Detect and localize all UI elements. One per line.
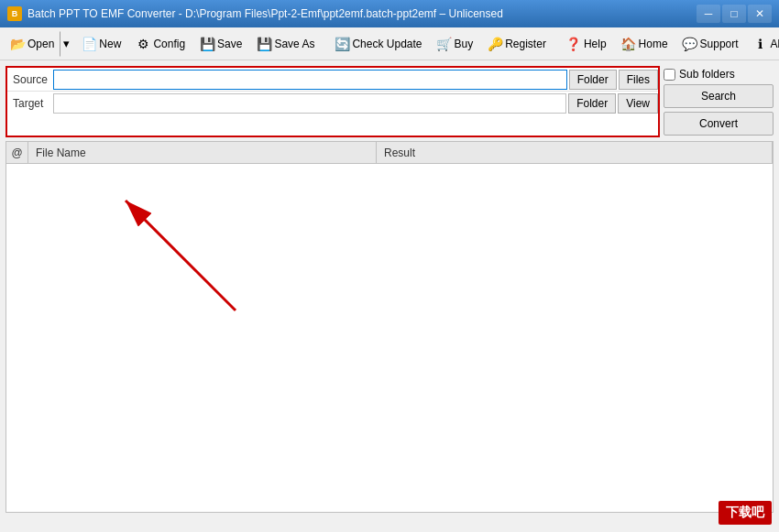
- window-controls: ─ □ ✕: [697, 5, 772, 23]
- open-dropdown-arrow[interactable]: ▾: [60, 31, 73, 57]
- save-as-button[interactable]: 💾 Save As: [250, 31, 321, 57]
- source-label: Source: [7, 73, 53, 86]
- register-icon: 🔑: [488, 37, 502, 51]
- file-list-container: @ File Name Result: [5, 141, 774, 513]
- source-folder-button[interactable]: Folder: [569, 70, 617, 90]
- check-update-button[interactable]: 🔄 Check Update: [328, 31, 428, 57]
- target-label: Target: [7, 97, 53, 110]
- menu-bar: 📂 Open ▾ 📄 New ⚙ Config 💾 Save 💾 Save As…: [0, 27, 779, 60]
- subfolder-label: Sub folders: [679, 68, 735, 81]
- source-files-button[interactable]: Files: [619, 70, 658, 90]
- svg-line-1: [126, 201, 236, 310]
- file-list-panel: @ File Name Result: [5, 141, 774, 513]
- new-icon: 📄: [82, 37, 96, 51]
- buy-icon: 🛒: [437, 37, 452, 51]
- home-icon: 🏠: [621, 37, 636, 51]
- side-panel: Sub folders Search Convert: [664, 66, 774, 137]
- maximize-button[interactable]: □: [722, 5, 746, 23]
- subfolder-checkbox[interactable]: [664, 69, 675, 81]
- new-button[interactable]: 📄 New: [75, 31, 127, 57]
- source-row: Source Folder Files: [7, 68, 658, 92]
- help-button[interactable]: ❓ Help: [560, 31, 613, 57]
- config-icon: ⚙: [136, 37, 150, 51]
- register-button[interactable]: 🔑 Register: [481, 31, 553, 57]
- col-header-result: Result: [377, 142, 773, 163]
- window-title: Batch PPT TO EMF Converter - D:\Program …: [27, 7, 503, 20]
- file-list-header: @ File Name Result: [6, 142, 773, 164]
- annotation-arrow: [80, 182, 263, 320]
- close-button[interactable]: ✕: [748, 5, 772, 23]
- support-button[interactable]: 💬 Support: [676, 31, 745, 57]
- open-icon: 📂: [10, 37, 25, 51]
- target-folder-button[interactable]: Folder: [568, 93, 616, 114]
- target-view-button[interactable]: View: [618, 93, 658, 114]
- buy-button[interactable]: 🛒 Buy: [431, 31, 480, 57]
- minimize-button[interactable]: ─: [697, 5, 720, 23]
- file-list-body: [6, 164, 773, 512]
- app-icon: B: [7, 6, 22, 21]
- target-input[interactable]: [53, 93, 566, 114]
- save-as-icon: 💾: [257, 37, 271, 51]
- about-icon: ℹ: [753, 37, 768, 51]
- open-menu-group: 📂 Open ▾: [4, 31, 73, 57]
- convert-button[interactable]: Convert: [664, 112, 774, 136]
- update-icon: 🔄: [335, 37, 349, 51]
- subfolder-row: Sub folders: [664, 68, 774, 81]
- target-row: Target Folder View: [7, 92, 658, 115]
- search-button[interactable]: Search: [664, 84, 774, 108]
- save-icon: 💾: [200, 37, 214, 51]
- help-icon: ❓: [566, 37, 581, 51]
- open-button[interactable]: 📂 Open: [4, 31, 60, 57]
- config-button[interactable]: ⚙ Config: [129, 31, 192, 57]
- support-icon: 💬: [683, 37, 697, 51]
- save-button[interactable]: 💾 Save: [193, 31, 248, 57]
- title-bar: B Batch PPT TO EMF Converter - D:\Progra…: [0, 0, 779, 27]
- col-header-filename: File Name: [28, 142, 377, 163]
- source-target-panel: Source Folder Files Target Folder View: [5, 66, 660, 137]
- source-input[interactable]: [53, 70, 567, 90]
- col-header-num: @: [6, 142, 28, 163]
- home-button[interactable]: 🏠 Home: [615, 31, 675, 57]
- watermark: 下载吧: [719, 501, 772, 525]
- about-button[interactable]: ℹ About: [747, 31, 779, 57]
